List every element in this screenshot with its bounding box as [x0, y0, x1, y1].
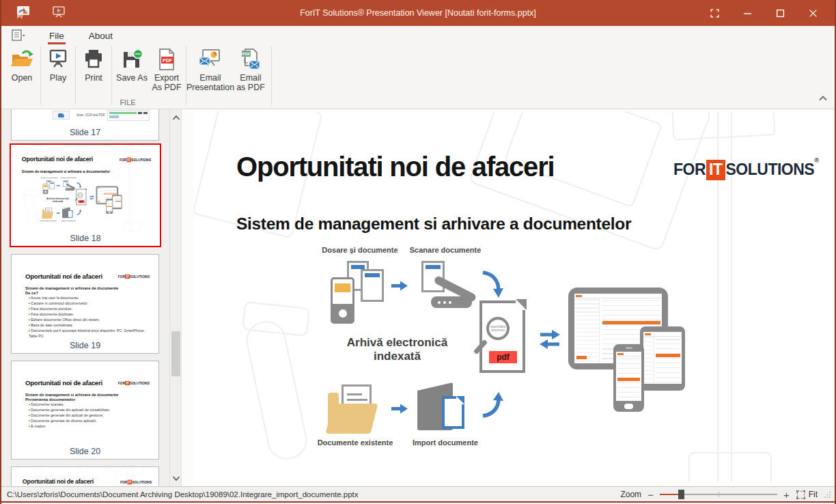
ribbon-collapse-button[interactable] — [818, 92, 828, 104]
tablet-small-icon — [640, 326, 685, 391]
arrow-curve-up-icon — [76, 210, 82, 216]
close-icon — [809, 9, 818, 18]
thumbnail-content-fragment — [53, 111, 70, 120]
arrow-curve-up-icon — [481, 392, 504, 419]
thumbnail-slide-17[interactable]: Scan, OCR and PDF Slide 17 — [11, 109, 159, 141]
slide-main-view: Oportunitati noi de afaceri FORITSOLUTIO… — [182, 109, 835, 486]
chevron-up-icon — [172, 115, 180, 121]
zoom-slider[interactable] — [660, 489, 777, 500]
scroll-up-button[interactable] — [171, 113, 181, 122]
export-pdf-button[interactable]: PDF Export As PDF — [150, 45, 184, 92]
magnifier-icon: searchable document — [486, 317, 510, 340]
searchable-pdf-icon: searchable document pdf — [479, 300, 525, 373]
email-pdf-icon: PDF — [238, 47, 263, 72]
existing-documents-folder-icon — [328, 384, 382, 436]
zoom-out-button[interactable]: − — [647, 490, 654, 500]
logo-it: IT — [706, 160, 725, 180]
slide-title: Oportunitati noi de afaceri — [236, 152, 554, 182]
bullet-item: Baza de date centralizata; — [25, 323, 150, 328]
sync-arrows-icon — [539, 328, 561, 351]
label-documente-existente: Documente existente — [38, 220, 59, 222]
tab-file[interactable]: File — [45, 29, 68, 42]
open-button[interactable]: Open — [5, 45, 38, 83]
scanner-icon — [417, 261, 486, 316]
forit-solutions-logo: FORITSOLUTIONS® — [120, 479, 152, 485]
zoom-in-button[interactable]: + — [783, 490, 790, 500]
binder-documents-icon — [43, 180, 57, 195]
thumbnail-slide-21[interactable]: Oportunitati noi de afaceri FORITSOLUTIO… — [11, 466, 159, 486]
logo-solutions: SOLUTIONS — [131, 158, 151, 162]
thumb-slide-subtitle: Sistem de management si arhivare de docu… — [25, 286, 150, 290]
arrow-right-icon — [391, 403, 408, 415]
thumb-heading: Provenienta documentelor — [25, 397, 150, 402]
thumbnail-slide-18[interactable]: Oportunitati noi de afaceri FORITSOLUTIO… — [10, 143, 161, 247]
bullet-item: Cautare in continutul documentelor; — [25, 301, 150, 307]
play-presentation-icon — [46, 47, 70, 72]
tab-about[interactable]: About — [85, 29, 117, 42]
print-button[interactable]: Print — [78, 45, 109, 83]
slide-subtitle: Sistem de management si arhivare a docum… — [22, 170, 110, 174]
logo-it: IT — [127, 158, 131, 163]
app-window: PV ForIT Solutions® Presentation Viewer … — [0, 0, 836, 504]
thumb-heading: De ce? — [25, 291, 150, 295]
svg-text:PDF: PDF — [163, 58, 173, 63]
play-button[interactable]: Play — [43, 45, 73, 83]
chevron-up-icon — [818, 95, 828, 102]
bullet-item: Documente generate din aplicati de gesti… — [25, 413, 150, 419]
ribbon-menu-button[interactable] — [8, 29, 29, 42]
watermark-pos-screen-icon — [120, 466, 143, 475]
bullet-item: Acces mai usor la documente; — [25, 296, 150, 301]
thumbnail-scrollbar[interactable] — [169, 109, 182, 486]
thumbnail-slide-20[interactable]: Oportunitati noi de afaceri FORITSOLUTIO… — [11, 361, 159, 460]
bullet-item: Fara documente pierdute; — [25, 307, 150, 312]
slide-title: Oportunitati noi de afaceri — [22, 156, 93, 163]
svg-text:PV: PV — [17, 14, 23, 19]
thumb-bullet-list: Acces mai usor la documente;Cautare in c… — [25, 296, 150, 339]
watermark-pos-screen-icon — [119, 143, 142, 153]
quick-play-icon[interactable] — [52, 5, 66, 21]
scrollbar-thumb[interactable] — [171, 331, 180, 376]
label-scanare-documente: Scanare documente — [59, 177, 78, 179]
slide-label: Slide 18 — [11, 234, 160, 243]
fit-button[interactable]: Fit — [796, 490, 818, 500]
bullet-item: Documentele pot fi accesate folosind ori… — [25, 328, 150, 339]
email-presentation-icon — [198, 47, 223, 72]
bullet-item: Editare documente Office direct din sist… — [25, 318, 150, 323]
logo-for: FOR — [673, 160, 706, 178]
logo-registered-mark: ® — [152, 479, 152, 481]
maximize-icon — [776, 9, 785, 18]
email-as-pdf-button[interactable]: PDF Email as PDF — [232, 45, 269, 92]
watermark-pos-screen-icon — [671, 112, 775, 141]
logo-registered-mark: ® — [151, 157, 152, 158]
watermark-scanner-gun-icon — [242, 318, 310, 463]
arrow-right-icon — [56, 212, 60, 214]
sync-arrows-icon — [89, 195, 94, 201]
scroll-down-button[interactable] — [171, 473, 181, 483]
svg-text:PDF: PDF — [242, 52, 251, 56]
slide-label: Slide 17 — [12, 128, 158, 137]
resize-grip-icon[interactable] — [824, 491, 831, 499]
minimize-button[interactable] — [731, 0, 764, 26]
logo-registered-mark: ® — [814, 157, 818, 164]
tablet-small-icon — [112, 195, 122, 209]
label-documente-existente: Documente existente — [309, 438, 402, 447]
smartphone-icon — [106, 199, 113, 214]
app-logo-icon[interactable]: PV — [16, 5, 30, 21]
titlebar: PV ForIT Solutions® Presentation Viewer … — [1, 0, 835, 26]
maximize-button[interactable] — [764, 0, 796, 26]
current-slide: Oportunitati noi de afaceri FORITSOLUTIO… — [194, 112, 833, 482]
thumbnail-slide-19[interactable]: Oportunitati noi de afaceri FORITSOLUTIO… — [11, 254, 159, 354]
label-dosare-documente: Dosare și documente — [40, 177, 59, 179]
slide-canvas: Oportunitati noi de afaceri FORITSOLUTIO… — [13, 469, 156, 486]
export-pdf-icon: PDF — [154, 47, 179, 72]
fullscreen-button[interactable] — [698, 0, 731, 26]
pdf-badge: pdf — [489, 351, 517, 363]
save-as-button[interactable]: Save As — [114, 45, 150, 83]
bullet-item: Fara documente duplicate; — [25, 312, 150, 318]
slide-subtitle: Sistem de management si arhivare a docum… — [236, 214, 631, 234]
email-presentation-button[interactable]: Email Presentation — [189, 45, 232, 92]
ribbon-separator — [75, 46, 76, 105]
slider-thumb[interactable] — [678, 490, 684, 499]
close-button[interactable] — [796, 0, 829, 26]
slide-canvas: Oportunitati noi de afaceri FORITSOLUTIO… — [12, 147, 155, 230]
